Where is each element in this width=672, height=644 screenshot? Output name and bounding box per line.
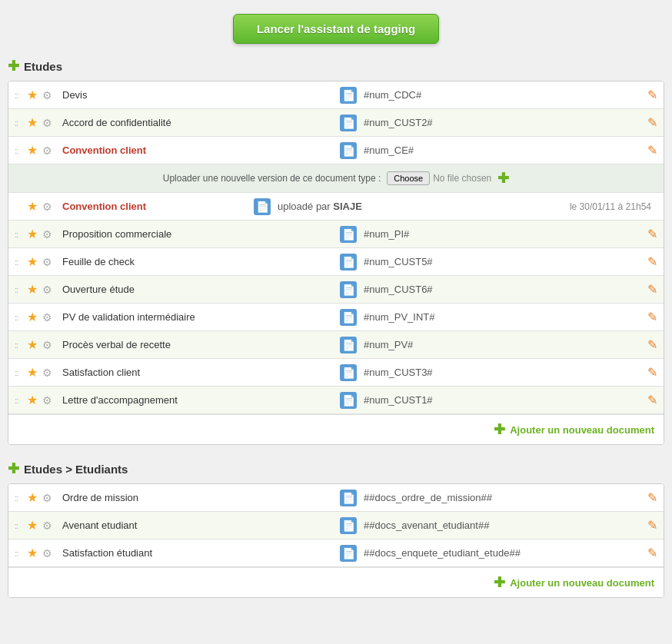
edit-icon[interactable]: ✎ [639, 282, 657, 297]
drag-handle[interactable]: :: [15, 230, 27, 239]
upload-confirm-icon[interactable]: ✚ [497, 170, 509, 187]
edit-icon[interactable]: ✎ [639, 254, 657, 269]
edit-icon[interactable]: ✎ [639, 393, 657, 407]
file-icon [340, 309, 357, 326]
gear-icon[interactable]: ⚙ [42, 284, 58, 296]
table-row: :: ★ ⚙ Avenant etudiant ##docs_avenant_e… [8, 512, 664, 539]
active-doc-name: Convention client [58, 201, 251, 212]
star-icon[interactable]: ★ [27, 490, 42, 505]
no-file-text: No file chosen [433, 173, 491, 184]
choose-file-button[interactable]: Choose [387, 171, 430, 185]
drag-handle[interactable]: :: [15, 146, 27, 155]
drag-handle[interactable]: :: [15, 521, 27, 530]
doc-name: Devis [58, 89, 338, 101]
doc-icon [338, 226, 359, 243]
doc-number: ##docs_ordre_de_mission## [359, 492, 639, 503]
add-document-row[interactable]: ✚ Ajouter un nouveau document [8, 567, 664, 597]
gear-icon[interactable]: ⚙ [42, 144, 58, 157]
doc-name: Feuille de check [58, 256, 338, 267]
edit-icon[interactable]: ✎ [639, 365, 657, 380]
star-icon[interactable]: ★ [27, 310, 42, 324]
star-icon[interactable]: ★ [27, 546, 42, 560]
doc-number: ##docs_enquete_etudiant_etude## [359, 547, 639, 559]
edit-icon[interactable]: ✎ [639, 490, 657, 505]
doc-icon [338, 545, 359, 562]
edit-icon[interactable]: ✎ [639, 310, 657, 324]
doc-icon [338, 254, 359, 271]
gear-icon[interactable]: ⚙ [42, 201, 58, 213]
edit-icon[interactable]: ✎ [639, 518, 657, 533]
edit-icon[interactable]: ✎ [639, 115, 657, 130]
section-expand-icon[interactable]: ✚ [8, 58, 19, 75]
edit-icon[interactable]: ✎ [639, 337, 657, 352]
drag-handle[interactable]: :: [15, 549, 27, 558]
star-icon[interactable]: ★ [27, 365, 42, 380]
doc-name: PV de validation intermédiaire [58, 311, 338, 323]
gear-icon[interactable]: ⚙ [42, 520, 58, 532]
section-title-etudes-etudiants: ✚Etudes > Etudiants [8, 460, 664, 477]
drag-handle[interactable]: :: [15, 368, 27, 377]
drag-handle[interactable]: :: [15, 340, 27, 350]
drag-handle[interactable]: :: [15, 285, 27, 294]
table-row: :: ★ ⚙ Proposition commerciale #num_PI# … [8, 221, 664, 248]
table-row: :: ★ ⚙ Ouverture étude #num_CUST6# ✎ [8, 276, 664, 304]
drag-handle[interactable]: :: [15, 257, 27, 267]
table-row: :: ★ ⚙ Convention client #num_CE# ✎ [8, 137, 664, 164]
section-expand-icon[interactable]: ✚ [8, 460, 19, 477]
add-document-row[interactable]: ✚ Ajouter un nouveau document [8, 414, 664, 444]
launch-tagging-button[interactable]: Lancer l'assistant de tagging [233, 14, 439, 44]
star-icon[interactable]: ★ [27, 88, 42, 102]
gear-icon[interactable]: ⚙ [42, 228, 58, 241]
star-icon[interactable]: ★ [27, 254, 42, 269]
header-area: Lancer l'assistant de tagging [8, 8, 664, 44]
doc-icon [338, 392, 359, 409]
table-row: :: ★ ⚙ Devis #num_CDC# ✎ [8, 81, 664, 109]
section-etudes-etudiants: ✚Etudes > Etudiants :: ★ ⚙ Ordre de miss… [8, 460, 664, 598]
doc-number: #num_CUST1# [359, 394, 639, 406]
star-icon[interactable]: ★ [27, 143, 42, 158]
file-icon [340, 87, 357, 104]
file-input-wrapper[interactable]: Choose No file chosen [387, 171, 491, 185]
section-etudes: ✚Etudes :: ★ ⚙ Devis #num_CDC# ✎ :: ★ ⚙ … [8, 58, 664, 445]
gear-icon[interactable]: ⚙ [42, 311, 58, 324]
gear-icon[interactable]: ⚙ [42, 394, 58, 407]
file-icon [254, 198, 271, 215]
doc-icon [338, 281, 359, 298]
table-row: :: ★ ⚙ Lettre d'accompagnement #num_CUST… [8, 387, 664, 414]
edit-icon[interactable]: ✎ [639, 143, 657, 158]
table-row: :: ★ ⚙ Satisfaction client #num_CUST3# ✎ [8, 359, 664, 387]
drag-handle[interactable]: :: [15, 313, 27, 322]
add-doc-label: Ajouter un nouveau document [510, 424, 654, 436]
file-icon [340, 517, 357, 534]
gear-icon[interactable]: ⚙ [42, 339, 58, 351]
star-icon[interactable]: ★ [27, 393, 42, 407]
edit-icon[interactable]: ✎ [639, 227, 657, 241]
doc-number: #num_CUST6# [359, 284, 639, 295]
doc-name: Avenant etudiant [58, 520, 338, 531]
table-row: :: ★ ⚙ PV de validation intermédiaire #n… [8, 304, 664, 331]
drag-handle[interactable]: :: [15, 91, 27, 100]
star-icon[interactable]: ★ [27, 282, 42, 297]
gear-icon[interactable]: ⚙ [42, 492, 58, 504]
drag-handle[interactable]: :: [15, 493, 27, 503]
doc-name: Proposition commerciale [58, 228, 338, 240]
edit-icon[interactable]: ✎ [639, 88, 657, 102]
gear-icon[interactable]: ⚙ [42, 256, 58, 268]
drag-handle[interactable]: :: [15, 396, 27, 405]
star-icon[interactable]: ★ [27, 337, 42, 352]
file-icon [340, 392, 357, 409]
upload-label: Uploader une nouvelle version de ce docu… [163, 173, 381, 184]
gear-icon[interactable]: ⚙ [42, 117, 58, 129]
star-icon[interactable]: ★ [27, 227, 42, 241]
gear-icon[interactable]: ⚙ [42, 89, 58, 101]
doc-icon [338, 87, 359, 104]
gear-icon[interactable]: ⚙ [42, 367, 58, 379]
doc-name: Ordre de mission [58, 492, 338, 503]
star-icon[interactable]: ★ [27, 115, 42, 130]
star-icon[interactable]: ★ [27, 199, 42, 214]
gear-icon[interactable]: ⚙ [42, 547, 58, 559]
drag-handle[interactable]: :: [15, 118, 27, 128]
table-row: :: ★ ⚙ Procès verbal de recette #num_PV#… [8, 331, 664, 359]
edit-icon[interactable]: ✎ [639, 546, 657, 560]
star-icon[interactable]: ★ [27, 518, 42, 533]
